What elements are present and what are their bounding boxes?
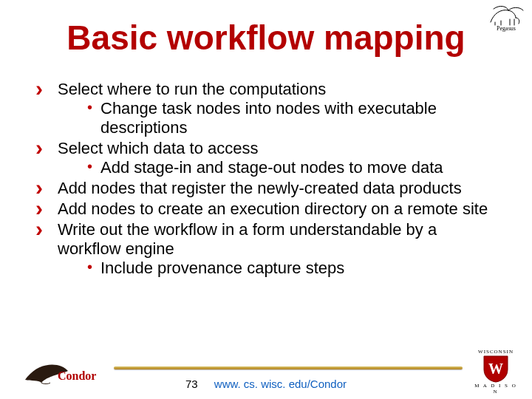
bullet-text: Select where to run the computations [58, 80, 326, 98]
bullet-text: Add nodes to create an execution directo… [58, 200, 488, 218]
uw-crest: WISCONSIN W M A D I S O N [471, 349, 520, 395]
footer: Condor 73 www. cs. wisc. edu/Condor WISC… [0, 352, 532, 399]
bullet-item: Add nodes to create an execution directo… [35, 200, 502, 219]
slide: Pegasus Basic workflow mapping Select wh… [0, 0, 532, 399]
footer-center: 73 www. cs. wisc. edu/Condor [0, 378, 532, 390]
footer-rule [114, 366, 463, 369]
sub-bullet-item: Include provenance capture steps [87, 259, 502, 278]
footer-url: www. cs. wisc. edu/Condor [214, 378, 347, 390]
slide-title: Basic workflow mapping [0, 18, 532, 58]
sub-bullet-item: Change task nodes into nodes with execut… [87, 99, 502, 137]
slide-content: Select where to run the computations Cha… [35, 80, 502, 279]
bullet-text: Select which data to access [58, 139, 258, 157]
bullet-item: Write out the workflow in a form underst… [35, 220, 502, 278]
bullet-item: Select where to run the computations Cha… [35, 80, 502, 137]
sub-bullet-text: Add stage-in and stage-out nodes to move… [100, 158, 443, 177]
bullet-item: Add nodes that register the newly-create… [35, 179, 502, 198]
sub-bullet-item: Add stage-in and stage-out nodes to move… [87, 158, 502, 177]
svg-text:W: W [488, 361, 503, 377]
bullet-text: Add nodes that register the newly-create… [58, 179, 462, 197]
bullet-item: Select which data to access Add stage-in… [35, 139, 502, 177]
uw-label-bottom: M A D I S O N [471, 383, 520, 395]
bullet-text: Write out the workflow in a form underst… [58, 220, 437, 258]
sub-bullet-text: Change task nodes into nodes with execut… [100, 99, 437, 137]
bullet-list: Select where to run the computations Cha… [35, 80, 502, 278]
uw-label-top: WISCONSIN [471, 349, 520, 355]
sub-bullet-text: Include provenance capture steps [100, 259, 344, 277]
page-number: 73 [185, 378, 198, 390]
shield-icon: W [481, 355, 511, 383]
